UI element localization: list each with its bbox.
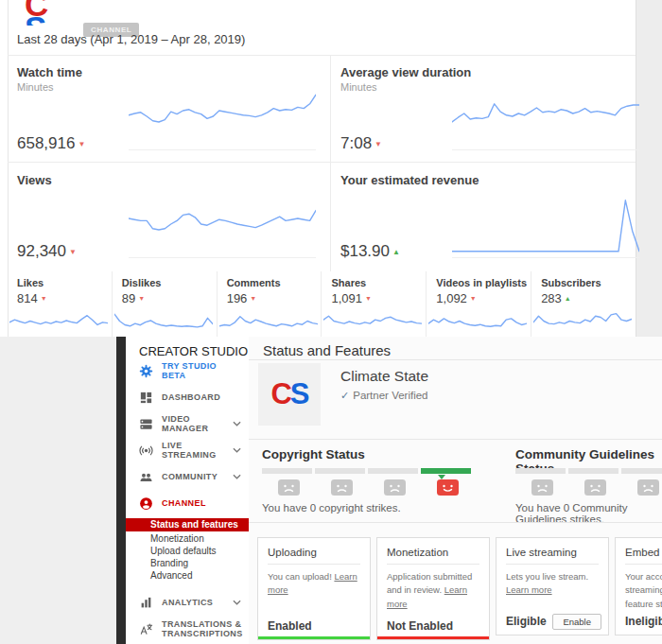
dashboard-icon bbox=[139, 391, 153, 405]
metric-card-avg_view_duration[interactable]: Average view durationMinutes7:08▼ bbox=[331, 55, 636, 163]
page-gutter bbox=[636, 0, 662, 337]
feature-card-monetization: MonetizationApplication submitted and in… bbox=[376, 537, 490, 640]
sidebar-item-channel[interactable]: CHANNEL bbox=[126, 490, 249, 516]
metric-card-videos_in_playlists[interactable]: Videos in playlists1,092▼ bbox=[427, 271, 531, 337]
progress-segment-gray bbox=[621, 468, 662, 474]
enable-button[interactable]: Enable bbox=[552, 614, 601, 630]
metric-title: Shares bbox=[331, 277, 366, 288]
metric-card-dislikes[interactable]: Dislikes89▼ bbox=[113, 271, 218, 337]
sidebar-item-label: ANALYTICS bbox=[162, 598, 213, 607]
sparkline-avg_view_duration bbox=[452, 85, 639, 148]
feature-title: Uploading bbox=[258, 538, 370, 558]
feature-title: Embed live bbox=[616, 538, 662, 558]
happy-face-icon bbox=[437, 479, 459, 499]
metric-value: 92,340▼ bbox=[17, 242, 77, 261]
metric-value: 89▼ bbox=[122, 291, 145, 305]
copyright-faces bbox=[262, 479, 474, 499]
community-icon bbox=[139, 470, 153, 484]
metric-value: 1,091▼ bbox=[331, 291, 371, 305]
trend-up-icon: ▲ bbox=[392, 248, 400, 256]
metric-card-comments[interactable]: Comments196▼ bbox=[218, 271, 322, 337]
analytics-icon bbox=[139, 596, 153, 610]
sidebar-item-try-studio-beta[interactable]: TRY STUDIO BETA bbox=[126, 357, 249, 384]
trend-down-icon: ▼ bbox=[138, 295, 145, 302]
trend-down-icon: ▼ bbox=[470, 295, 477, 302]
partner-verified: ✓Partner Verified bbox=[340, 390, 427, 402]
trend-down-icon: ▼ bbox=[250, 295, 256, 302]
sparkline-baseline bbox=[452, 257, 639, 258]
sad-face-icon bbox=[384, 479, 406, 499]
feature-status: Not Enabled bbox=[387, 619, 453, 633]
feature-body-line: feature statu bbox=[625, 598, 662, 611]
sidebar-item-video-manager[interactable]: VIDEO MANAGER bbox=[126, 410, 249, 437]
feature-title: Monetization bbox=[377, 538, 489, 558]
sidebar-subitem-upload-defaults[interactable]: Upload defaults bbox=[126, 545, 249, 557]
chevron-down-icon bbox=[233, 600, 241, 605]
sparkline-baseline bbox=[452, 149, 639, 150]
chevron-down-icon bbox=[233, 447, 241, 453]
feature-title: Live streaming bbox=[496, 538, 608, 558]
sidebar-item-community[interactable]: COMMUNITY bbox=[126, 463, 249, 490]
sparkline-subscribers bbox=[533, 307, 632, 335]
small-metric-row: Likes814▼Dislikes89▼Comments196▼Shares1,… bbox=[8, 271, 636, 337]
sad-face-icon bbox=[331, 479, 353, 499]
metric-unit: Minutes bbox=[17, 81, 54, 93]
sad-face-icon bbox=[278, 479, 300, 499]
metric-value: 283▲ bbox=[541, 291, 571, 305]
sidebar-item-analytics[interactable]: ANALYTICS bbox=[126, 589, 249, 616]
sad-face-icon bbox=[584, 479, 606, 499]
divider bbox=[249, 522, 662, 523]
metric-title: Likes bbox=[17, 277, 44, 288]
metric-card-shares[interactable]: Shares1,091▼ bbox=[322, 271, 427, 337]
feature-status: Eligible bbox=[506, 615, 547, 628]
sidebar-subitem-monetization[interactable]: Monetization bbox=[126, 532, 249, 545]
sparkline-comments bbox=[219, 307, 318, 335]
channel-name: Climate State bbox=[340, 368, 428, 385]
feature-body-line: Your account bbox=[625, 570, 662, 583]
metric-card-views[interactable]: Views92,340▼ bbox=[8, 163, 331, 271]
metric-title: Watch time bbox=[17, 65, 82, 79]
learn-more-link[interactable]: Learn more bbox=[506, 584, 552, 595]
metric-card-watch_time[interactable]: Watch timeMinutes658,916▼ bbox=[8, 55, 331, 163]
metric-title: Videos in playlists bbox=[436, 277, 527, 288]
analytics-panel: CS CHANNEL Last 28 days (Apr 1, 2019 – A… bbox=[0, 0, 662, 337]
metric-title: Views bbox=[17, 173, 52, 187]
channel-logo-cropped: CS bbox=[25, 0, 72, 26]
sidebar-item-translations[interactable]: TRANSLATIONS &TRANSCRIPTIONS bbox=[126, 616, 249, 642]
sparkline-baseline bbox=[129, 149, 316, 150]
sparkline-dislikes bbox=[114, 307, 213, 335]
sidebar-subitem-branding[interactable]: Branding bbox=[126, 557, 249, 569]
community-progress bbox=[515, 468, 662, 474]
progress-segment-gray bbox=[568, 468, 618, 474]
metric-value: 1,092▼ bbox=[436, 291, 476, 305]
metric-title: Your estimated revenue bbox=[340, 173, 479, 187]
sidebar-title: CREATOR STUDIO bbox=[126, 337, 249, 357]
sidebar-item-label: CHANNEL bbox=[162, 498, 206, 508]
metric-title: Comments bbox=[227, 277, 281, 288]
verified-check-icon: ✓ bbox=[340, 390, 349, 401]
screenshot-root: { "colors": { "sparkline": "#7baaf7", "t… bbox=[0, 0, 662, 644]
live-icon bbox=[139, 444, 153, 458]
date-range-label: Last 28 days (Apr 1, 2019 – Apr 28, 2019… bbox=[17, 32, 245, 46]
sidebar-subitem-status-and-features[interactable]: Status and features bbox=[126, 518, 249, 531]
metric-card-revenue[interactable]: Your estimated revenue$13.90▲ bbox=[331, 163, 636, 271]
metric-card-likes[interactable]: Likes814▼ bbox=[8, 271, 113, 337]
sidebar-item-live-streaming[interactable]: LIVE STREAMING bbox=[126, 437, 249, 463]
metric-value: 814▼ bbox=[17, 291, 47, 305]
sidebar-items: TRY STUDIO BETADASHBOARDVIDEO MANAGERLIV… bbox=[126, 357, 249, 516]
window-edge bbox=[116, 337, 126, 644]
sidebar-subitem-advanced[interactable]: Advanced bbox=[126, 569, 249, 582]
sidebar-item-dashboard[interactable]: DASHBOARD bbox=[126, 384, 249, 410]
chevron-down-icon bbox=[233, 474, 241, 479]
chevron-down-icon bbox=[233, 421, 241, 426]
feature-body-text: You can upload! bbox=[268, 571, 334, 582]
gear-icon bbox=[139, 364, 153, 378]
sparkline-videos_in_playlists bbox=[428, 307, 527, 335]
feature-card-live-streaming: Live streamingLets you live stream. Lear… bbox=[496, 537, 609, 635]
metric-card-subscribers[interactable]: Subscribers283▲ bbox=[531, 271, 636, 337]
progress-segment-gray bbox=[515, 468, 566, 474]
trend-down-icon: ▼ bbox=[69, 248, 77, 256]
metric-value: 196▼ bbox=[227, 291, 257, 305]
sad-face-icon bbox=[637, 479, 659, 499]
divider bbox=[249, 359, 662, 360]
